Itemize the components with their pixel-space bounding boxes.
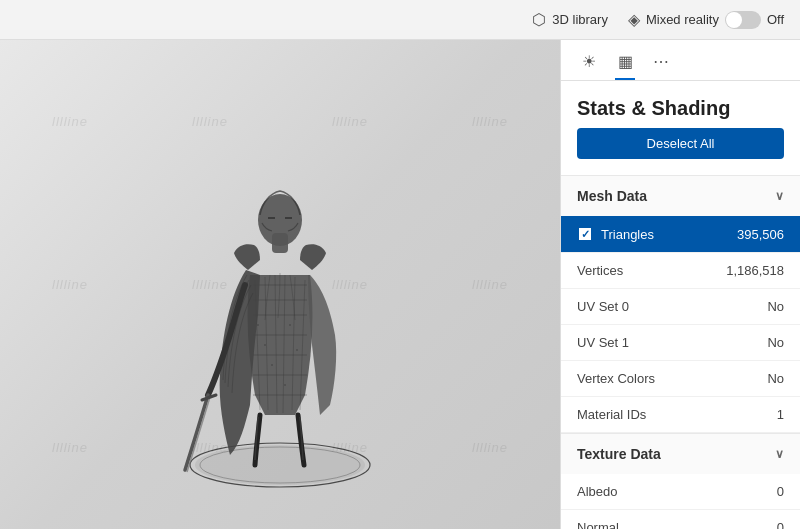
texture-data-section: Texture Data ∨ Albedo 0 Normal 0	[561, 433, 800, 529]
uv-set-0-row: UV Set 0 No	[561, 289, 800, 325]
watermark-9: lllline	[0, 366, 140, 529]
vertices-row: Vertices 1,186,518	[561, 253, 800, 289]
toggle-switch[interactable]	[725, 11, 761, 29]
sun-icon: ☀	[582, 52, 596, 71]
vertex-colors-row: Vertex Colors No	[561, 361, 800, 397]
texture-data-label: Texture Data	[577, 446, 661, 462]
triangles-value: 395,506	[737, 227, 784, 242]
mixed-reality-label: Mixed reality	[646, 12, 719, 27]
material-ids-value: 1	[777, 407, 784, 422]
svg-point-2	[195, 445, 365, 485]
tab-bar: ☀ ▦ ⋯	[561, 40, 800, 81]
watermark-5: lllline	[0, 203, 140, 366]
grid-icon: ▦	[618, 52, 633, 71]
mixed-reality-icon: ◈	[628, 10, 640, 29]
watermark-1: lllline	[0, 40, 140, 203]
normal-value: 0	[777, 520, 784, 529]
texture-data-header[interactable]: Texture Data ∨	[561, 434, 800, 474]
mesh-data-section: Mesh Data ∨ Triangles 395,506 Vertices 1…	[561, 175, 800, 433]
mesh-data-label: Mesh Data	[577, 188, 647, 204]
uv-set-1-value: No	[767, 335, 784, 350]
triangles-label-group: Triangles	[577, 226, 654, 242]
texture-chevron-icon: ∨	[775, 447, 784, 461]
normal-row: Normal 0	[561, 510, 800, 529]
svg-point-10	[284, 384, 286, 386]
triangles-row[interactable]: Triangles 395,506	[561, 216, 800, 253]
library-icon: ⬡	[532, 10, 546, 29]
material-ids-row: Material IDs 1	[561, 397, 800, 433]
tab-more[interactable]: ⋯	[645, 48, 677, 80]
topbar: ⬡ 3D library ◈ Mixed reality Off	[0, 0, 800, 40]
albedo-row: Albedo 0	[561, 474, 800, 510]
uv-set-0-label: UV Set 0	[577, 299, 629, 314]
dots-grid-icon: ⋯	[653, 52, 669, 71]
svg-point-6	[264, 344, 266, 346]
tab-lighting[interactable]: ☀	[573, 48, 605, 80]
3d-viewport[interactable]: lllline lllline lllline lllline lllline …	[0, 40, 560, 529]
mesh-chevron-icon: ∨	[775, 189, 784, 203]
library-label: 3D library	[552, 12, 608, 27]
triangles-checkbox[interactable]	[577, 226, 593, 242]
main-content: lllline lllline lllline lllline lllline …	[0, 40, 800, 529]
triangles-label: Triangles	[601, 227, 654, 242]
svg-point-8	[289, 324, 291, 326]
albedo-value: 0	[777, 484, 784, 499]
sidebar-panel: ☀ ▦ ⋯ Stats & Shading Deselect All Mesh …	[560, 40, 800, 529]
3d-library-button[interactable]: ⬡ 3D library	[532, 10, 608, 29]
normal-label: Normal	[577, 520, 619, 529]
mixed-reality-toggle[interactable]: ◈ Mixed reality Off	[628, 10, 784, 29]
3d-model	[150, 75, 410, 495]
watermark-12: lllline	[420, 366, 560, 529]
panel-title: Stats & Shading	[561, 81, 800, 128]
vertices-value: 1,186,518	[726, 263, 784, 278]
svg-point-9	[296, 349, 298, 351]
watermark-4: lllline	[420, 40, 560, 203]
tab-stats[interactable]: ▦	[609, 48, 641, 80]
vertices-label: Vertices	[577, 263, 623, 278]
mesh-data-header[interactable]: Mesh Data ∨	[561, 176, 800, 216]
material-ids-label: Material IDs	[577, 407, 646, 422]
svg-point-7	[271, 364, 273, 366]
watermark-8: lllline	[420, 203, 560, 366]
toggle-state-label: Off	[767, 12, 784, 27]
albedo-label: Albedo	[577, 484, 617, 499]
uv-set-1-row: UV Set 1 No	[561, 325, 800, 361]
svg-point-5	[257, 324, 259, 326]
uv-set-0-value: No	[767, 299, 784, 314]
deselect-all-button[interactable]: Deselect All	[577, 128, 784, 159]
toggle-knob	[726, 12, 742, 28]
vertex-colors-value: No	[767, 371, 784, 386]
vertex-colors-label: Vertex Colors	[577, 371, 655, 386]
uv-set-1-label: UV Set 1	[577, 335, 629, 350]
